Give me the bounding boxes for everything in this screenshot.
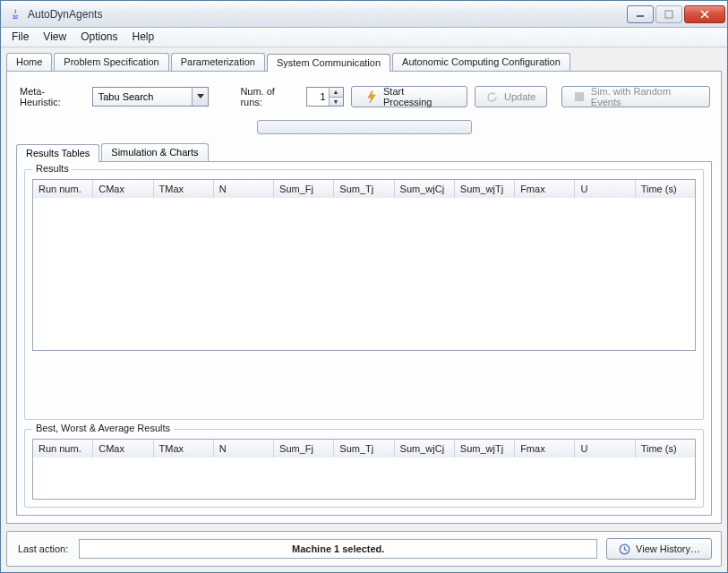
bwa-group-title: Best, Worst & Average Results [32,423,174,433]
col-u[interactable]: U [575,180,635,198]
col-fmax[interactable]: Fmax [515,180,575,198]
col-cmax[interactable]: CMax [93,440,153,458]
subtab-results-tables[interactable]: Results Tables [16,144,99,162]
last-action-label: Last action: [16,543,70,554]
bwa-group: Best, Worst & Average Results Run num. C… [24,429,704,508]
statusbar: Last action: Machine 1 selected. View Hi… [6,531,722,567]
svg-rect-2 [575,92,584,101]
app-window: AutoDynAgents File View Options Help Hom… [0,0,728,573]
main-tabstrip: Home Problem Specification Parameterizat… [6,53,722,71]
col-cmax[interactable]: CMax [93,180,153,198]
square-icon [573,90,585,103]
num-runs-input[interactable] [307,88,329,106]
window-controls [625,5,725,23]
subtab-simulation-charts[interactable]: Simulation & Charts [101,143,208,161]
num-runs-label: Num. of runs: [238,86,298,107]
maximize-button[interactable] [655,5,682,23]
sub-tabstrip: Results Tables Simulation & Charts [16,143,712,161]
col-sum-wjcj[interactable]: Sum_wjCj [395,180,455,198]
menu-view[interactable]: View [36,29,73,46]
close-button[interactable] [684,5,725,23]
spinner-up[interactable]: ▲ [330,88,343,97]
update-label: Update [504,91,535,102]
tab-problem-spec[interactable]: Problem Specification [54,53,168,71]
tab-parameterization[interactable]: Parameterization [171,53,265,71]
col-sum-wjtj[interactable]: Sum_wjTj [455,440,515,458]
col-n[interactable]: N [214,440,274,458]
results-group-title: Results [32,163,73,174]
meta-heuristic-value: Tabu Search [98,91,154,102]
results-tbody [33,198,695,350]
controls-row: Meta-Heuristic: Tabu Search Num. of runs… [16,81,712,116]
bwa-thead: Run num. CMax TMax N Sum_Fj Sum_Tj Sum_w… [33,440,695,458]
last-action-message: Machine 1 selected. [79,539,597,559]
java-icon [8,7,22,21]
bwa-tbody [33,458,695,499]
results-table[interactable]: Run num. CMax TMax N Sum_Fj Sum_Tj Sum_w… [32,179,696,351]
col-fmax[interactable]: Fmax [515,440,575,458]
col-u[interactable]: U [575,440,635,458]
minimize-button[interactable] [627,5,654,23]
col-run-num[interactable]: Run num. [33,180,93,198]
num-runs-spinner[interactable]: ▲ ▼ [306,87,344,107]
meta-heuristic-select[interactable]: Tabu Search [92,87,209,107]
refresh-icon [486,90,499,103]
sim-random-events-button[interactable]: Sim. with Random Events [561,86,710,107]
col-sum-fj[interactable]: Sum_Fj [274,440,334,458]
lightning-icon [366,90,378,103]
view-history-button[interactable]: View History… [606,538,712,560]
col-sum-tj[interactable]: Sum_Tj [334,440,394,458]
col-time[interactable]: Time (s) [636,440,695,458]
window-title: AutoDynAgents [28,8,625,21]
start-processing-button[interactable]: Start Processing [351,86,467,107]
view-history-label: View History… [636,543,700,554]
meta-heuristic-label: Meta-Heuristic: [18,86,85,107]
chevron-down-icon [192,88,208,106]
titlebar: AutoDynAgents [1,1,727,28]
col-tmax[interactable]: TMax [154,180,214,198]
col-sum-fj[interactable]: Sum_Fj [274,180,334,198]
content-area: Home Problem Specification Parameterizat… [1,47,727,572]
svg-rect-1 [665,11,672,18]
menu-file[interactable]: File [4,29,36,46]
main-tabbody: Meta-Heuristic: Tabu Search Num. of runs… [6,71,722,524]
col-n[interactable]: N [214,180,274,198]
col-time[interactable]: Time (s) [636,180,695,198]
bwa-table[interactable]: Run num. CMax TMax N Sum_Fj Sum_Tj Sum_w… [32,439,696,500]
col-sum-wjcj[interactable]: Sum_wjCj [395,440,455,458]
clock-icon [618,543,630,555]
sub-tabbody: Results Run num. CMax TMax N Sum_Fj Sum_… [16,161,712,516]
results-thead: Run num. CMax TMax N Sum_Fj Sum_Tj Sum_w… [33,180,695,198]
tab-system-communication[interactable]: System Communication [267,54,390,72]
sim-random-events-label: Sim. with Random Events [591,86,698,107]
progress-bar [257,120,472,134]
menu-options[interactable]: Options [73,29,124,46]
results-group: Results Run num. CMax TMax N Sum_Fj Sum_… [24,169,704,420]
start-processing-label: Start Processing [383,86,452,107]
col-sum-tj[interactable]: Sum_Tj [334,180,394,198]
sub-tabwrap: Results Tables Simulation & Charts Resul… [16,143,712,516]
menubar: File View Options Help [1,28,727,47]
spinner-down[interactable]: ▼ [330,97,343,107]
tab-autonomic-config[interactable]: Autonomic Computing Configuration [392,53,570,71]
col-run-num[interactable]: Run num. [33,440,93,458]
col-sum-wjtj[interactable]: Sum_wjTj [455,180,515,198]
update-button[interactable]: Update [475,86,547,107]
col-tmax[interactable]: TMax [154,440,214,458]
tab-home[interactable]: Home [6,53,52,71]
menu-help[interactable]: Help [125,29,162,46]
